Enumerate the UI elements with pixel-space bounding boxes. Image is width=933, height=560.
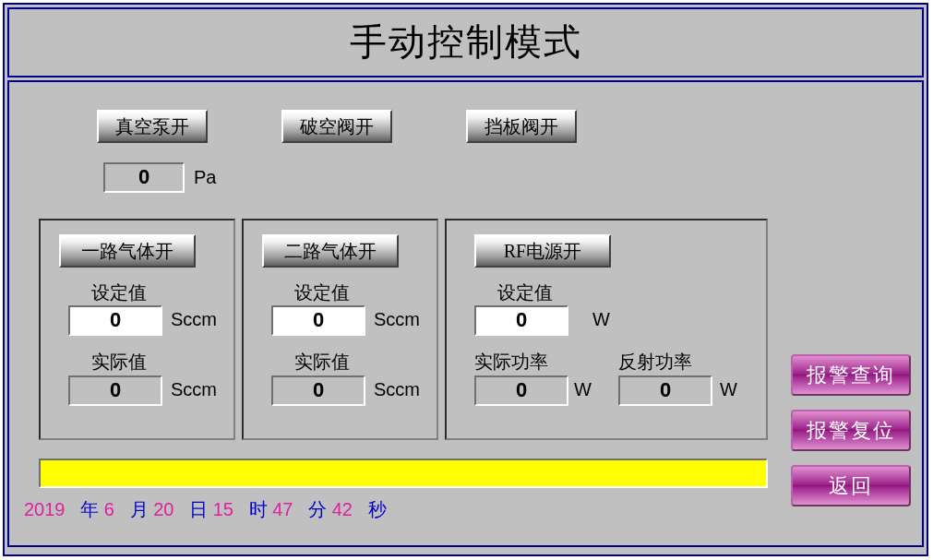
dt-year: 2019: [24, 499, 66, 519]
gas2-set-unit: Sccm: [374, 309, 420, 330]
rf-actual-value: 0: [474, 375, 568, 406]
app-window: 手动控制模式 真空泵开 破空阀开 挡板阀开 0 Pa 一路气体开 设定值 0 S…: [3, 3, 928, 556]
back-button[interactable]: 返回: [791, 465, 911, 506]
dt-sec-label: 秒: [368, 499, 387, 519]
rf-panel: RF电源开 设定值 0 W 实际功率 0 W 反射功率 0 W: [445, 219, 768, 440]
status-bar: [39, 459, 768, 488]
rf-reflect-value: 0: [618, 375, 712, 406]
rf-actual-unit: W: [574, 379, 592, 400]
rf-reflect-label: 反射功率: [618, 350, 692, 375]
gas1-set-label: 设定值: [91, 280, 147, 305]
gas2-act-unit: Sccm: [374, 379, 420, 400]
gas1-button[interactable]: 一路气体开: [59, 234, 196, 268]
alarm-query-button[interactable]: 报警查询: [791, 354, 911, 396]
gas2-panel: 二路气体开 设定值 0 Sccm 实际值 0 Sccm: [242, 219, 438, 440]
gas2-set-label: 设定值: [294, 280, 350, 305]
dt-day: 20: [153, 499, 173, 519]
gas1-panel: 一路气体开 设定值 0 Sccm 实际值 0 Sccm: [39, 219, 235, 440]
gas2-act-label: 实际值: [294, 350, 350, 375]
gas1-act-label: 实际值: [91, 350, 147, 375]
dt-month: 6: [104, 499, 114, 519]
alarm-reset-button[interactable]: 报警复位: [791, 410, 911, 451]
dt-min: 47: [272, 499, 293, 519]
datetime-display: 2019 年 6 月 20 日 15 时 47 分 42 秒: [24, 497, 387, 522]
dt-sec: 42: [332, 499, 353, 519]
gas1-act-unit: Sccm: [171, 379, 217, 400]
rf-set-label: 设定值: [497, 280, 553, 305]
rf-button[interactable]: RF电源开: [474, 234, 611, 268]
rf-set-unit: W: [592, 309, 610, 330]
rf-reflect-unit: W: [720, 379, 737, 400]
gas2-act-value: 0: [271, 375, 365, 406]
baffle-valve-button[interactable]: 挡板阀开: [466, 110, 577, 143]
dt-day-label: 日: [189, 499, 208, 519]
vent-valve-button[interactable]: 破空阀开: [281, 110, 392, 143]
gas2-button[interactable]: 二路气体开: [262, 234, 399, 268]
dt-hour-label: 时: [249, 499, 268, 519]
page-title: 手动控制模式: [7, 7, 924, 77]
rf-actual-label: 实际功率: [474, 350, 548, 375]
rf-set-value[interactable]: 0: [474, 305, 568, 336]
dt-hour: 15: [213, 499, 233, 519]
main-panel: 真空泵开 破空阀开 挡板阀开 0 Pa 一路气体开 设定值 0 Sccm 实际值…: [7, 80, 924, 547]
gas1-set-value[interactable]: 0: [68, 305, 162, 336]
gas1-act-value: 0: [68, 375, 162, 406]
dt-month-label: 月: [130, 499, 149, 519]
vacuum-pump-button[interactable]: 真空泵开: [97, 110, 208, 143]
pressure-value: 0: [103, 162, 185, 193]
gas2-set-value[interactable]: 0: [271, 305, 365, 336]
dt-min-label: 分: [308, 499, 327, 519]
dt-year-label: 年: [80, 499, 99, 519]
pressure-unit: Pa: [194, 167, 216, 188]
gas1-set-unit: Sccm: [171, 309, 217, 330]
